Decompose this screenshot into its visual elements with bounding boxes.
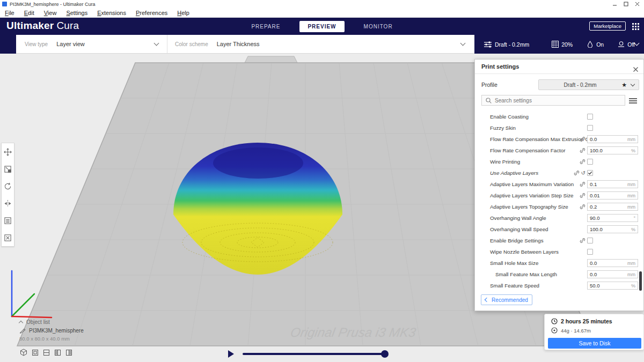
viewbar-left-strip (0, 35, 16, 54)
settings-search-box[interactable] (481, 95, 625, 106)
menu-settings[interactable]: Settings (61, 10, 92, 16)
setting-row: Adaptive Layers Maximum Variation0.1mm (475, 179, 643, 190)
rotate-tool-button[interactable] (2, 178, 14, 195)
setting-icons (565, 157, 586, 167)
setting-control: ↺ (565, 167, 638, 179)
menu-bar: File Edit View Settings Extensions Prefe… (0, 8, 644, 18)
setting-checkbox[interactable] (587, 125, 593, 131)
view-left-icon[interactable] (53, 348, 62, 357)
setting-row: Adaptive Layers Topography Size0.2mm (475, 201, 643, 212)
settings-list: Enable CoastingFuzzy SkinFlow Rate Compe… (475, 111, 643, 291)
close-icon[interactable] (633, 63, 639, 70)
setting-control: 90.0° (565, 212, 638, 224)
settings-menu-icon[interactable] (629, 97, 637, 106)
setting-control: 100.0% (565, 145, 638, 156)
view-options-bar: View type Layer view Color scheme Layer … (16, 35, 474, 54)
setting-control: 0.0mm (565, 257, 638, 269)
setting-input[interactable]: 0.0mm (587, 135, 638, 143)
color-scheme-dropdown[interactable]: Color scheme Layer Thickness (167, 35, 474, 53)
setting-input[interactable]: 100.0% (587, 225, 638, 233)
search-icon (486, 98, 492, 104)
link-icon (580, 157, 586, 167)
profile-dropdown[interactable]: Draft - 0.2mm ★ (538, 79, 639, 90)
mirror-tool-button[interactable] (2, 195, 14, 212)
setting-value: 100.0 (590, 226, 603, 232)
settings-scrollbar[interactable] (639, 271, 642, 291)
setting-checkbox[interactable] (587, 238, 593, 243)
material-estimate: 44g · 14.67m (561, 328, 591, 334)
menu-file[interactable]: File (0, 10, 19, 16)
setting-checkbox[interactable] (587, 170, 593, 176)
menu-view[interactable]: View (39, 10, 62, 16)
object-name: PI3MK3M_hemisphere (29, 328, 84, 334)
revert-icon[interactable]: ↺ (581, 171, 586, 176)
view-3d-icon[interactable] (19, 348, 28, 357)
print-settings-quickbar[interactable]: Draft - 0.2mm 20% On Off (474, 35, 644, 54)
save-to-disk-button[interactable]: Save to Disk (548, 338, 641, 349)
stage-tabs: PREPARE PREVIEW MONITOR (0, 18, 644, 35)
setting-value: 100.0 (590, 147, 603, 153)
setting-unit: mm (627, 182, 635, 187)
view-type-dropdown[interactable]: View type Layer view (16, 35, 167, 53)
chevron-down-icon[interactable] (634, 41, 640, 46)
setting-input[interactable]: 0.0mm (587, 259, 638, 267)
setting-row: Small Feature Max Length0.0mm (475, 269, 643, 280)
scale-tool-button[interactable] (2, 160, 14, 178)
favorite-star-icon[interactable]: ★ (621, 82, 627, 88)
setting-value: 0.0 (590, 136, 597, 142)
tab-monitor[interactable]: MONITOR (360, 21, 397, 32)
close-button[interactable] (632, 0, 643, 8)
view-front-icon[interactable] (31, 348, 39, 357)
setting-input[interactable]: 50.0% (587, 282, 638, 290)
setting-input[interactable]: 90.0° (587, 214, 638, 222)
menu-edit[interactable]: Edit (19, 10, 39, 16)
setting-input[interactable]: 0.0mm (587, 270, 638, 278)
setting-input[interactable]: 0.01mm (587, 191, 638, 200)
quick-infill-value: 20% (561, 41, 573, 48)
setting-label: Fuzzy Skin (490, 125, 516, 131)
setting-checkbox[interactable] (587, 114, 593, 120)
setting-icons (565, 202, 586, 212)
title-bar: PI3MK3M_hemisphere - Ultimaker Cura (0, 0, 644, 8)
print-job-panel: 2 hours 25 minutes 44g · 14.67m Save to … (544, 314, 644, 350)
setting-checkbox[interactable] (587, 249, 593, 255)
recommended-button[interactable]: Recommended (481, 294, 532, 305)
tab-prepare[interactable]: PREPARE (247, 21, 284, 32)
menu-extensions[interactable]: Extensions (92, 10, 131, 16)
menu-help[interactable]: Help (172, 10, 194, 16)
view-right-icon[interactable] (64, 348, 73, 357)
object-list-toggle[interactable]: Object list (19, 319, 84, 325)
play-button[interactable] (228, 350, 234, 358)
maximize-button[interactable] (620, 0, 632, 8)
quick-profile-value: Draft - 0.2mm (495, 41, 529, 48)
menu-preferences[interactable]: Preferences (131, 10, 172, 16)
setting-label: Overhanging Wall Speed (490, 226, 548, 232)
minimize-button[interactable] (609, 0, 620, 8)
tool-palette (1, 143, 14, 247)
settings-search-input[interactable] (495, 98, 625, 104)
setting-icons (565, 236, 586, 246)
setting-label: Adaptive Layers Topography Size (490, 204, 568, 210)
setting-control (565, 111, 638, 122)
view-top-icon[interactable] (42, 348, 50, 357)
setting-input[interactable]: 0.1mm (587, 180, 638, 188)
per-model-settings-button[interactable] (2, 212, 14, 229)
object-list-item[interactable]: PI3MK3M_hemisphere (19, 328, 84, 334)
timeline-handle[interactable] (381, 350, 389, 358)
profile-sliders-icon (484, 41, 492, 48)
marketplace-button[interactable]: Marketplace (589, 21, 626, 31)
setting-row: Enable Bridge Settings (475, 235, 643, 246)
setting-input[interactable]: 0.2mm (587, 203, 638, 211)
layer-timeline-slider[interactable] (243, 353, 386, 355)
setting-input[interactable]: 100.0% (587, 146, 638, 154)
support-blocker-button[interactable] (2, 229, 14, 246)
move-tool-button[interactable] (2, 143, 14, 160)
setting-value: 90.0 (590, 215, 600, 221)
setting-checkbox[interactable] (587, 159, 593, 165)
link-icon (574, 168, 580, 178)
tab-preview[interactable]: PREVIEW (299, 21, 344, 32)
application-switcher-icon[interactable] (632, 23, 639, 32)
chevron-down-icon (154, 41, 159, 46)
quick-support-value: On (596, 41, 604, 48)
setting-control (565, 122, 638, 134)
